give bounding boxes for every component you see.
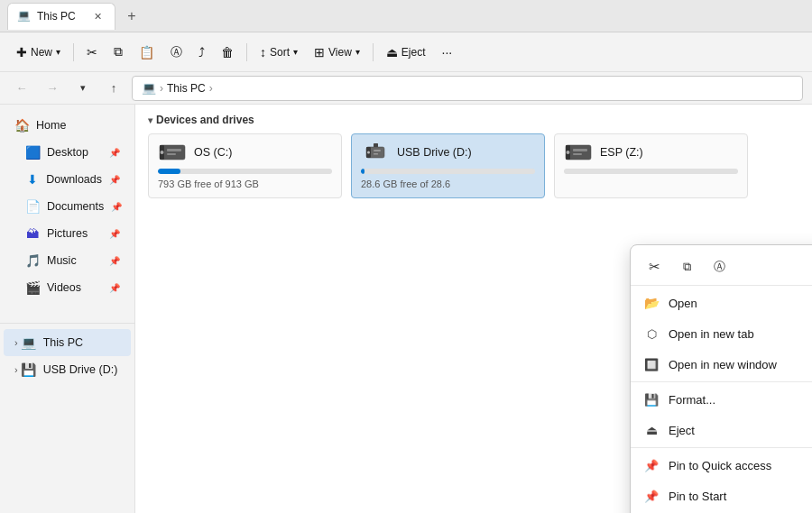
ctx-eject[interactable]: ⏏ Eject (631, 415, 812, 445)
new-button[interactable]: ✚ New ▾ (9, 38, 68, 67)
drive-c-top: OS (C:) (158, 142, 332, 163)
new-label: New (31, 46, 52, 59)
tab-close-btn[interactable]: ✕ (89, 8, 106, 24)
ctx-newwin-icon: 🔲 (643, 356, 660, 372)
view-chevron-icon: ▾ (355, 47, 360, 57)
new-tab-button[interactable]: + (119, 4, 144, 29)
desktop-pin-icon: 📌 (109, 148, 120, 158)
ctx-pin-start[interactable]: 📌 Pin to Start (631, 481, 812, 511)
drive-c-label: OS (C:) (194, 146, 232, 159)
svg-rect-9 (374, 153, 378, 155)
usb-expand-icon: › (14, 364, 18, 375)
documents-icon: 📄 (25, 199, 40, 214)
ctx-newwin-label: Open in new window (669, 358, 812, 371)
toolbar-sep-3 (373, 43, 374, 61)
drives-grid: OS (C:) 793 GB free of 913 GB (148, 133, 799, 198)
ctx-open-icon: 📂 (643, 295, 660, 311)
sidebar: 🏠 Home 🟦 Desktop 📌 ⬇ Downloads 📌 📄 Docum… (0, 105, 135, 513)
toolbar-sep-2 (246, 43, 247, 61)
drive-z-progress-bg (564, 169, 738, 174)
ctx-open-newwin[interactable]: 🔲 Open in new window (631, 349, 812, 380)
drive-c-progress-fill (158, 169, 180, 174)
thispc-icon: 💻 (22, 335, 36, 350)
address-box[interactable]: 💻 › This PC › (132, 76, 803, 101)
toolbar: ✚ New ▾ ✂ ⧉ 📋 Ⓐ ⤴ 🗑 ↕ Sort ▾ ⊞ View ▾ ⏏ … (0, 32, 812, 72)
up-button[interactable]: ↑ (101, 76, 126, 101)
svg-rect-10 (374, 143, 378, 147)
more-button[interactable]: ··· (435, 38, 460, 67)
sidebar-item-videos[interactable]: 🎬 Videos 📌 (4, 274, 131, 301)
forward-icon: → (47, 81, 59, 95)
share-button[interactable]: ⤴ (191, 38, 212, 67)
eject-button[interactable]: ⏏ Eject (379, 38, 433, 67)
view-button[interactable]: ⊞ View ▾ (307, 38, 367, 67)
section-header: ▾ Devices and drives (148, 114, 799, 126)
forward-button[interactable]: → (40, 76, 65, 101)
ctx-newtab-icon: ⬡ (643, 325, 660, 342)
svg-point-13 (567, 151, 570, 154)
sidebar-item-thispc[interactable]: › 💻 This PC (4, 329, 131, 356)
pictures-icon: 🏔 (25, 226, 40, 241)
ctx-pin-quick[interactable]: 📌 Pin to Quick access (631, 450, 812, 481)
delete-button[interactable]: 🗑 (214, 38, 241, 67)
drive-z-top: ESP (Z:) (564, 142, 738, 163)
recent-icon: ▾ (80, 82, 86, 94)
downloads-pin-icon: 📌 (109, 175, 120, 185)
home-icon: 🏠 (14, 118, 29, 133)
ctx-copy-button[interactable]: ⧉ (670, 252, 703, 281)
sort-button[interactable]: ↕ Sort ▾ (253, 38, 305, 67)
drive-d-icon (361, 142, 390, 163)
drive-d-progress-fill (361, 169, 364, 174)
title-bar: 💻 This PC ✕ + (0, 0, 812, 32)
drive-c[interactable]: OS (C:) 793 GB free of 913 GB (148, 133, 342, 198)
music-icon: 🎵 (25, 253, 40, 268)
sidebar-item-desktop[interactable]: 🟦 Desktop 📌 (4, 139, 131, 166)
paste-button[interactable]: 📋 (132, 38, 161, 67)
ctx-rename-button[interactable]: Ⓐ (703, 252, 735, 281)
drive-d[interactable]: USB Drive (D:) 28.6 GB free of 28.6 (351, 133, 545, 198)
copy-button[interactable]: ⧉ (106, 38, 130, 67)
drive-z[interactable]: ESP (Z:) (554, 133, 748, 198)
sidebar-item-music[interactable]: 🎵 Music 📌 (4, 247, 131, 274)
drive-z-icon (564, 142, 593, 163)
ctx-cut-icon: ✂ (649, 259, 660, 275)
sidebar-item-documents[interactable]: 📄 Documents 📌 (4, 193, 131, 220)
downloads-icon: ⬇ (25, 172, 39, 187)
sidebar-downloads-label: Downloads (46, 173, 102, 186)
ctx-open-label: Open (669, 297, 807, 310)
sidebar-item-downloads[interactable]: ⬇ Downloads 📌 (4, 166, 131, 193)
recent-button[interactable]: ▾ (70, 76, 96, 101)
sidebar-item-home[interactable]: 🏠 Home (4, 112, 131, 139)
active-tab[interactable]: 💻 This PC ✕ (7, 3, 115, 30)
drive-z-label: ESP (Z:) (600, 146, 643, 159)
ctx-newtab-label: Open in new tab (669, 327, 812, 341)
ctx-format-icon: 💾 (643, 391, 660, 408)
back-button[interactable]: ← (9, 76, 34, 101)
paste-icon: 📋 (139, 45, 154, 60)
ctx-open[interactable]: 📂 Open Enter (631, 288, 812, 318)
more-icon: ··· (442, 45, 453, 60)
sidebar-item-usbdrive[interactable]: › 💾 USB Drive (D:) (4, 356, 131, 383)
drive-c-icon (158, 142, 187, 163)
sidebar-videos-label: Videos (47, 281, 81, 294)
sidebar-item-pictures[interactable]: 🏔 Pictures 📌 (4, 220, 131, 247)
back-icon: ← (16, 81, 28, 95)
rename-button[interactable]: Ⓐ (163, 38, 189, 67)
ctx-cut-button[interactable]: ✂ (638, 252, 670, 281)
rename-icon: Ⓐ (171, 44, 182, 60)
tab-pc-icon: 💻 (17, 9, 32, 23)
tab-bar: 💻 This PC ✕ + (7, 3, 805, 30)
cut-button[interactable]: ✂ (79, 38, 105, 67)
new-icon: ✚ (16, 45, 27, 60)
drive-d-label: USB Drive (D:) (397, 146, 472, 159)
sidebar-pictures-label: Pictures (47, 227, 88, 240)
share-icon: ⤴ (198, 45, 205, 60)
delete-icon: 🗑 (221, 45, 234, 60)
sidebar-desktop-label: Desktop (47, 146, 88, 159)
address-bar: ← → ▾ ↑ 💻 › This PC › (0, 72, 812, 105)
videos-icon: 🎬 (25, 280, 40, 295)
ctx-open-newtab[interactable]: ⬡ Open in new tab (631, 318, 812, 349)
svg-point-2 (161, 151, 164, 154)
eject-icon: ⏏ (386, 45, 398, 60)
ctx-format[interactable]: 💾 Format... (631, 384, 812, 415)
